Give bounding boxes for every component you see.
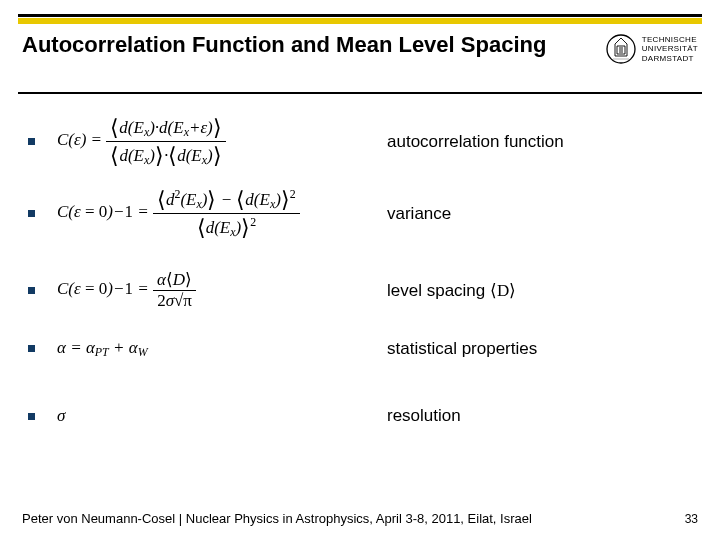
formula-label: resolution bbox=[387, 406, 461, 426]
divider-title-underline bbox=[18, 92, 702, 94]
svg-rect-1 bbox=[613, 58, 629, 60]
bullet-icon bbox=[28, 413, 35, 420]
formula-label: variance bbox=[387, 204, 451, 224]
formula-autocorrelation: C(ε) = ⟨d(Ex)·d(Ex+ε)⟩ ⟨d(Ex)⟩·⟨d(Ex)⟩ bbox=[57, 114, 387, 169]
footer-text: Peter von Neumann-Cosel | Nuclear Physic… bbox=[22, 511, 532, 526]
title-line1: Autocorrelation Function and Mean Level … bbox=[22, 32, 546, 57]
slide-header: Autocorrelation Function and Mean Level … bbox=[22, 32, 698, 90]
divider-top-yellow bbox=[18, 18, 702, 24]
bullet-row: α = αPT + αW statistical properties bbox=[28, 338, 692, 360]
formula-alpha: α = αPT + αW bbox=[57, 338, 387, 360]
formula-sigma: σ bbox=[57, 406, 387, 426]
bullet-icon bbox=[28, 210, 35, 217]
bullet-row: C(ε) = ⟨d(Ex)·d(Ex+ε)⟩ ⟨d(Ex)⟩·⟨d(Ex)⟩ a… bbox=[28, 114, 692, 169]
formula-level-spacing: C(ε = 0)−1 = α⟨D⟩ 2σ√π bbox=[57, 269, 387, 311]
slide-footer: Peter von Neumann-Cosel | Nuclear Physic… bbox=[22, 511, 698, 526]
bullet-row: C(ε = 0)−1 = α⟨D⟩ 2σ√π level spacing ⟨D⟩ bbox=[28, 269, 692, 311]
slide-body: C(ε) = ⟨d(Ex)·d(Ex+ε)⟩ ⟨d(Ex)⟩·⟨d(Ex)⟩ a… bbox=[28, 106, 692, 488]
bullet-icon bbox=[28, 345, 35, 352]
affiliation-line1: TECHNISCHE bbox=[642, 35, 698, 44]
bullet-icon bbox=[28, 287, 35, 294]
affiliation-line3: DARMSTADT bbox=[642, 54, 698, 63]
formula-label: autocorrelation function bbox=[387, 132, 564, 152]
affiliation-line2: UNIVERSITÄT bbox=[642, 44, 698, 53]
page-number: 33 bbox=[685, 512, 698, 526]
affiliation-text: TECHNISCHE UNIVERSITÄT DARMSTADT bbox=[642, 35, 698, 63]
bullet-row: σ resolution bbox=[28, 406, 692, 426]
label-text-mid: ⟨D⟩ bbox=[490, 281, 516, 300]
divider-top-black bbox=[18, 14, 702, 17]
formula-variance: C(ε = 0)−1 = ⟨d2(Ex)⟩ − ⟨d(Ex)⟩2 ⟨d(Ex)⟩… bbox=[57, 186, 387, 241]
formula-label: level spacing ⟨D⟩ bbox=[387, 280, 516, 301]
page-title: Autocorrelation Function and Mean Level … bbox=[22, 32, 546, 58]
bullet-icon bbox=[28, 138, 35, 145]
formula-label: statistical properties bbox=[387, 339, 537, 359]
affiliation-logo: TECHNISCHE UNIVERSITÄT DARMSTADT bbox=[606, 32, 698, 64]
label-text-pre: level spacing bbox=[387, 281, 490, 300]
athena-icon bbox=[606, 34, 636, 64]
bullet-row: C(ε = 0)−1 = ⟨d2(Ex)⟩ − ⟨d(Ex)⟩2 ⟨d(Ex)⟩… bbox=[28, 186, 692, 241]
